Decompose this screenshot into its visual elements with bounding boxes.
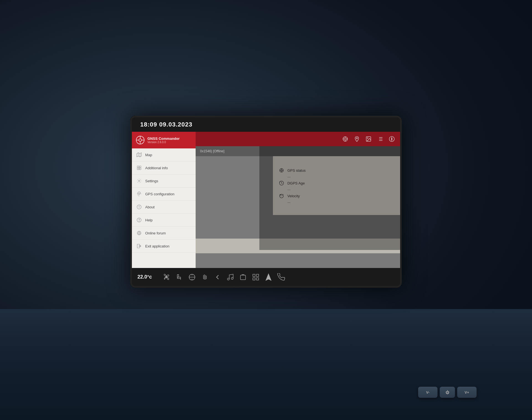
svg-point-58 — [227, 278, 229, 280]
app-area: 0x1546) [Offline] — [196, 132, 400, 268]
fan-icon[interactable] — [161, 271, 172, 283]
map-icon — [136, 152, 142, 158]
menu-item-exit-application[interactable]: Exit application — [132, 240, 196, 253]
svg-rect-10 — [139, 166, 141, 168]
svg-point-34 — [356, 138, 358, 139]
menu-item-map[interactable]: Map — [132, 148, 196, 161]
dropdown-menu: GNSS Commander Version 2.6.0.0 Map — [132, 132, 196, 268]
menu-item-additional-info[interactable]: Additional info — [132, 161, 196, 174]
about-icon — [136, 204, 142, 210]
svg-point-22 — [139, 221, 139, 221]
svg-rect-11 — [137, 168, 139, 170]
svg-point-1 — [139, 139, 142, 141]
toolbar-compass-icon[interactable] — [388, 135, 396, 143]
temperature-display: 22.0°c — [137, 274, 157, 280]
app-header: GNSS Commander Version 2.6.0.0 — [132, 132, 196, 148]
datetime-display: 18:09 09.03.2023 — [140, 121, 193, 128]
app-logo-icon — [136, 136, 145, 145]
app-name: GNSS Commander — [147, 136, 180, 141]
help-icon — [136, 217, 142, 223]
menu-item-about[interactable]: About — [132, 201, 196, 214]
svg-point-36 — [367, 138, 368, 138]
bottom-bar: 22.0°c — [132, 268, 400, 286]
music-icon[interactable] — [224, 271, 236, 283]
svg-marker-44 — [391, 136, 392, 141]
svg-rect-64 — [256, 278, 259, 280]
physical-buttons: V- ⏻ V+ — [418, 387, 477, 398]
volume-down-button[interactable]: V- — [418, 387, 438, 398]
settings-icon — [136, 178, 142, 184]
svg-point-20 — [139, 206, 139, 206]
exit-icon — [136, 243, 142, 249]
menu-label-exit-application: Exit application — [145, 244, 169, 248]
svg-rect-9 — [137, 166, 139, 168]
menu-label-about: About — [145, 205, 155, 209]
svg-rect-63 — [253, 278, 255, 280]
steering-heat-icon[interactable] — [186, 271, 198, 283]
toolbar-list-icon[interactable] — [376, 135, 384, 143]
call-icon[interactable] — [275, 271, 287, 283]
toolbar-location-icon[interactable] — [353, 135, 361, 143]
apps-grid-icon[interactable] — [250, 271, 262, 283]
top-bar: 18:09 09.03.2023 — [132, 117, 400, 132]
gps-config-icon — [136, 191, 142, 197]
menu-label-online-forum: Online forum — [145, 231, 166, 235]
back-icon[interactable] — [212, 271, 223, 283]
svg-rect-60 — [241, 275, 246, 280]
menu-label-settings: Settings — [145, 179, 158, 183]
svg-point-14 — [139, 193, 140, 195]
svg-rect-61 — [253, 274, 255, 276]
seat-icon[interactable] — [173, 271, 185, 283]
svg-marker-65 — [266, 274, 271, 280]
online-forum-icon — [136, 230, 142, 236]
additional-info-icon — [136, 165, 142, 171]
main-content: GNSS Commander Version 2.6.0.0 Map — [132, 132, 400, 268]
toolbar-image-icon[interactable] — [365, 135, 372, 143]
status-text: 0x1546) [Offline] — [200, 149, 224, 153]
app-title-block: GNSS Commander Version 2.6.0.0 — [147, 136, 180, 144]
menu-label-map: Map — [145, 153, 152, 157]
gesture-icon[interactable] — [199, 271, 211, 283]
app-toolbar — [196, 132, 400, 146]
empty-row-3 — [196, 253, 400, 268]
menu-item-help[interactable]: Help — [132, 214, 196, 227]
menu-item-online-forum[interactable]: Online forum — [132, 227, 196, 240]
volume-up-button[interactable]: V+ — [457, 387, 477, 398]
svg-rect-12 — [139, 168, 141, 170]
svg-point-13 — [139, 180, 140, 182]
menu-overlay — [259, 146, 400, 250]
menu-item-gps-configuration[interactable]: GPS configuration — [132, 188, 196, 201]
toolbar-target-icon[interactable] — [341, 135, 349, 143]
menu-label-additional-info: Additional info — [145, 166, 168, 170]
menu-label-gps-configuration: GPS configuration — [145, 192, 175, 196]
menu-label-help: Help — [145, 218, 153, 222]
phone-icon[interactable] — [237, 271, 249, 283]
navigation-icon[interactable] — [263, 271, 274, 283]
svg-rect-62 — [256, 274, 259, 276]
app-version: Version 2.6.0.0 — [147, 141, 180, 144]
svg-point-59 — [231, 277, 233, 279]
infotainment-screen: 18:09 09.03.2023 — [130, 116, 402, 288]
svg-point-29 — [344, 138, 346, 140]
power-button[interactable]: ⏻ — [440, 387, 455, 398]
menu-item-settings[interactable]: Settings — [132, 174, 196, 188]
svg-marker-6 — [137, 153, 142, 157]
